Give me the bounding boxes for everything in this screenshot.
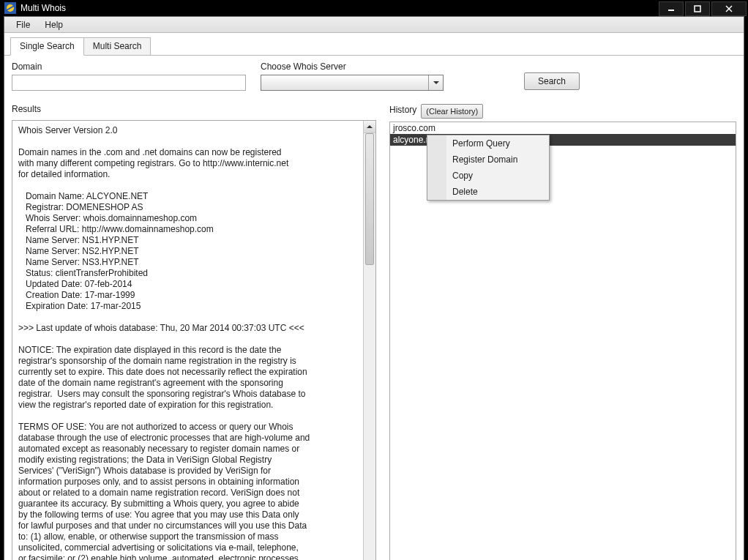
ctx-copy[interactable]: Copy [427, 168, 549, 184]
tab-multi-search[interactable]: Multi Search [83, 37, 152, 55]
window-title: Multi Whois [20, 3, 66, 13]
history-list[interactable]: jrosco.com alcyone.net Perform Query Reg… [389, 122, 736, 560]
ctx-register-domain[interactable]: Register Domain [427, 152, 549, 168]
close-button[interactable] [711, 1, 747, 16]
domain-field: Domain [12, 61, 246, 91]
ctx-perform-query[interactable]: Perform Query [427, 135, 549, 152]
menu-help[interactable]: Help [37, 18, 70, 31]
clear-history-button[interactable]: (Clear History) [421, 104, 483, 119]
single-search-pane: Domain Choose Whois Server Search [4, 56, 744, 560]
svg-rect-3 [695, 6, 700, 12]
window-controls [659, 0, 748, 16]
scroll-thumb[interactable] [365, 133, 374, 265]
menu-file[interactable]: File [9, 18, 37, 31]
maximize-button[interactable] [685, 1, 710, 16]
client-area: File Help Single Search Multi Search Dom… [4, 16, 744, 560]
history-label: History [389, 105, 416, 115]
results-box: Whois Server Version 2.0 Domain names in… [12, 120, 376, 560]
minimize-button[interactable] [659, 1, 684, 16]
window: Multi Whois File Help Single Search Mult… [0, 0, 748, 560]
titlebar[interactable]: Multi Whois [0, 0, 748, 16]
tab-single-search[interactable]: Single Search [10, 37, 84, 56]
menubar: File Help [4, 17, 744, 33]
server-field: Choose Whois Server [261, 61, 480, 91]
tabbar: Single Search Multi Search [4, 33, 744, 56]
scroll-up-icon[interactable] [364, 121, 375, 133]
ctx-delete[interactable]: Delete [427, 184, 549, 200]
search-button[interactable]: Search [524, 72, 580, 90]
chevron-down-icon [428, 75, 443, 90]
history-item[interactable]: jrosco.com [390, 122, 736, 134]
query-row: Domain Choose Whois Server Search [12, 61, 736, 91]
results-label: Results [12, 104, 41, 114]
results-text[interactable]: Whois Server Version 2.0 Domain names in… [12, 121, 363, 560]
domain-label: Domain [12, 61, 246, 72]
results-scrollbar[interactable] [363, 121, 375, 560]
server-combobox[interactable] [261, 75, 444, 91]
server-label: Choose Whois Server [261, 61, 480, 72]
domain-input[interactable] [12, 75, 246, 91]
app-icon [4, 2, 16, 14]
history-context-menu: Perform Query Register Domain Copy Delet… [427, 135, 550, 201]
